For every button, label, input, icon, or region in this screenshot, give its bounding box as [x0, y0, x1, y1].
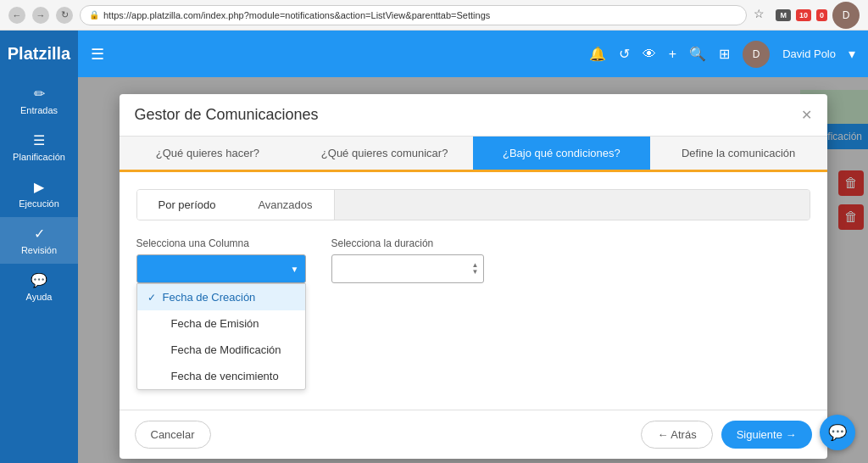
grid-icon[interactable]: ⊞ [719, 46, 730, 62]
dropdown-item-fecha-vencimiento[interactable]: Fecha de vencimiento [137, 363, 305, 389]
tab-avanzados[interactable]: Avanzados [236, 190, 333, 220]
modal-close-button[interactable]: ✕ [801, 107, 812, 123]
footer-right: ← Atrás Siguiente → [641, 421, 811, 449]
period-tabs: Por período Avanzados [136, 189, 810, 220]
next-button[interactable]: Siguiente → [721, 421, 812, 449]
history-icon[interactable]: ↺ [619, 46, 630, 62]
duration-arrows-icon: ▲ ▼ [472, 262, 479, 276]
sidebar-label-ayuda: Ayuda [26, 292, 53, 302]
tab-define-comunicacion[interactable]: Define la comunicación [650, 137, 827, 170]
check-icon: ✓ [147, 292, 156, 304]
sidebar-label-planificacion: Planificación [13, 152, 65, 162]
sidebar-logo[interactable]: Platzilla [0, 31, 78, 77]
sidebar-item-ayuda[interactable]: 💬 Ayuda [0, 264, 78, 310]
main-content: ☰ 🔔 ↺ 👁 + 🔍 ⊞ D David Polo ▾ tificación … [78, 31, 868, 463]
browser-actions: ☆ M 10 0 D [754, 2, 860, 29]
page-background: tificación 🗑 🗑 Gestor de Comunicaciones … [78, 77, 868, 463]
sidebar: Platzilla ✏ Entradas ☰ Planificación ▶ E… [0, 31, 78, 463]
nav-refresh-button[interactable]: ↻ [56, 7, 73, 24]
form-row: Selecciona una Columna ▼ ✓ Fecha de Crea… [136, 237, 810, 283]
sidebar-label-ejecucion: Ejecución [19, 198, 59, 209]
bell-icon[interactable]: 🔔 [589, 46, 606, 62]
dropdown-item-fecha-modificacion[interactable]: Fecha de Modificación [137, 337, 305, 363]
gmail-count-badge: 10 [796, 9, 811, 21]
column-dropdown-menu: ✓ Fecha de Creación Fecha de Emisión [136, 283, 306, 390]
duration-form-group: Selecciona la duración ▲ ▼ [331, 237, 484, 283]
plus-icon[interactable]: + [669, 47, 676, 62]
modal-overlay: Gestor de Comunicaciones ✕ ¿Qué quieres … [78, 77, 868, 463]
gmail-badge: M [776, 9, 791, 21]
sidebar-label-revision: Revisión [21, 245, 57, 255]
modal-dialog: Gestor de Comunicaciones ✕ ¿Qué quieres … [120, 94, 827, 459]
app-container: Platzilla ✏ Entradas ☰ Planificación ▶ E… [0, 31, 868, 463]
tab-por-periodo[interactable]: Por período [137, 190, 237, 220]
star-icon[interactable]: ☆ [754, 7, 771, 24]
nav-back-button[interactable]: ← [8, 7, 25, 24]
column-dropdown-container: ▼ ✓ Fecha de Creación [136, 254, 306, 283]
sidebar-item-planificacion[interactable]: ☰ Planificación [0, 124, 78, 170]
duration-label: Selecciona la duración [331, 237, 484, 249]
ayuda-icon: 💬 [31, 272, 47, 288]
column-form-group: Selecciona una Columna ▼ ✓ Fecha de Crea… [136, 237, 306, 283]
ejecucion-icon: ▶ [34, 179, 44, 195]
modal-footer: Cancelar ← Atrás Siguiente → [120, 410, 827, 459]
sidebar-label-entradas: Entradas [20, 105, 58, 115]
entradas-icon: ✏ [34, 86, 45, 102]
eye-icon[interactable]: 👁 [643, 47, 656, 62]
duration-select[interactable] [331, 254, 484, 283]
lock-icon: 🔒 [89, 10, 99, 20]
sidebar-item-entradas[interactable]: ✏ Entradas [0, 77, 78, 124]
tab-que-comunicar[interactable]: ¿Qué quieres comunicar? [296, 137, 473, 170]
user-avatar[interactable]: D [743, 41, 770, 68]
column-dropdown[interactable] [136, 254, 306, 283]
wizard-tabs: ¿Qué quieres hacer? ¿Qué quieres comunic… [120, 137, 827, 172]
user-avatar-small[interactable]: D [832, 2, 860, 29]
hamburger-icon[interactable]: ☰ [91, 45, 104, 64]
sidebar-item-ejecucion[interactable]: ▶ Ejecución [0, 170, 78, 217]
cancel-button[interactable]: Cancelar [135, 421, 211, 449]
user-chevron-icon[interactable]: ▾ [849, 46, 855, 62]
dropdown-item-fecha-creacion[interactable]: ✓ Fecha de Creación [137, 284, 305, 310]
tab-bajo-condiciones[interactable]: ¿Bajo qué condiciones? [473, 137, 650, 170]
chat-bubble[interactable]: 💬 [820, 415, 855, 450]
dropdown-item-fecha-emision[interactable]: Fecha de Emisión [137, 310, 305, 337]
url-text: https://app.platzilla.com/index.php?modu… [103, 10, 490, 20]
back-button[interactable]: ← Atrás [641, 421, 712, 449]
planificacion-icon: ☰ [33, 132, 45, 148]
nav-forward-button[interactable]: → [32, 7, 49, 24]
user-name: David Polo [782, 47, 836, 60]
notif-count-badge: 0 [816, 9, 827, 21]
url-bar[interactable]: 🔒 https://app.platzilla.com/index.php?mo… [80, 5, 747, 25]
browser-bar: ← → ↻ 🔒 https://app.platzilla.com/index.… [0, 0, 868, 31]
modal-title: Gestor de Comunicaciones [135, 106, 319, 124]
revision-icon: ✓ [34, 226, 45, 242]
search-icon[interactable]: 🔍 [689, 46, 706, 62]
modal-body: Por período Avanzados Selecciona una Col… [120, 172, 827, 410]
modal-header: Gestor de Comunicaciones ✕ [120, 94, 827, 137]
tab-que-hacer[interactable]: ¿Qué quieres hacer? [120, 137, 297, 170]
duration-select-container: ▲ ▼ [331, 254, 484, 283]
sidebar-item-revision[interactable]: ✓ Revisión [0, 217, 78, 264]
top-nav: ☰ 🔔 ↺ 👁 + 🔍 ⊞ D David Polo ▾ [78, 31, 868, 77]
column-label: Selecciona una Columna [136, 237, 306, 249]
